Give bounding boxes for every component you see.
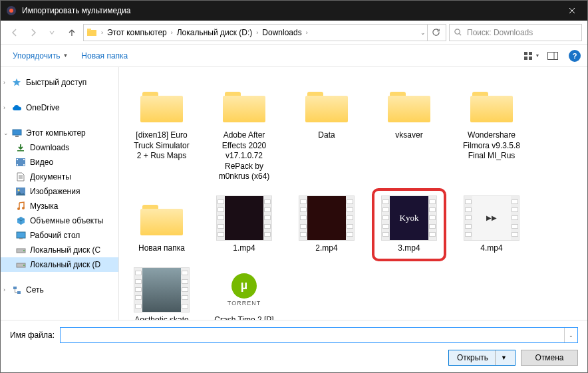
help-button[interactable]: ? bbox=[569, 50, 581, 62]
organize-label: Упорядочить bbox=[13, 51, 60, 61]
close-button[interactable] bbox=[557, 1, 587, 21]
search-input[interactable]: Поиск: Downloads bbox=[449, 24, 582, 41]
file-item[interactable]: 1.mp4 bbox=[211, 192, 277, 257]
svg-point-32 bbox=[416, 108, 420, 112]
file-label: Adobe After Effects 2020 v17.1.0.72 RePa… bbox=[214, 130, 274, 182]
chevron-down-icon[interactable]: ⌄ bbox=[3, 130, 9, 136]
svg-rect-30 bbox=[17, 291, 21, 294]
nav-label: Быстрый доступ bbox=[26, 78, 86, 87]
cloud-icon bbox=[11, 102, 22, 113]
view-options-button[interactable]: ▼ bbox=[522, 48, 541, 64]
cancel-button[interactable]: Отмена bbox=[521, 350, 578, 366]
file-item[interactable]: Adobe After Effects 2020 v17.1.0.72 RePa… bbox=[211, 79, 277, 186]
crumb-folder[interactable]: Downloads bbox=[259, 25, 304, 41]
chevron-right-icon: › bbox=[170, 29, 174, 36]
svg-rect-17 bbox=[23, 159, 25, 160]
folder-icon bbox=[86, 27, 98, 39]
svg-rect-24 bbox=[19, 238, 23, 239]
svg-rect-15 bbox=[17, 159, 18, 160]
nav-videos[interactable]: Видео bbox=[1, 155, 118, 170]
file-label: 1.mp4 bbox=[233, 243, 255, 254]
window-title: Импортировать мультимедиа bbox=[22, 6, 557, 15]
video-icon bbox=[15, 157, 26, 168]
nav-label: Музыка bbox=[30, 201, 58, 211]
file-item[interactable]: Wondershare Filmora v9.3.5.8 Final MI_Ru… bbox=[458, 79, 525, 186]
open-button[interactable]: Открыть ▼ bbox=[448, 350, 515, 366]
file-item[interactable]: µTORRENTCrash Time 2 [P] [RUS RUS] (2009… bbox=[211, 264, 277, 320]
chevron-down-icon[interactable]: ▼ bbox=[495, 350, 507, 365]
search-placeholder: Поиск: Downloads bbox=[467, 28, 533, 37]
svg-point-26 bbox=[23, 250, 25, 251]
filename-input-wrap: ⌄ bbox=[60, 327, 578, 343]
nav-pictures[interactable]: Изображения bbox=[1, 184, 118, 199]
file-label: [dixen18] Euro Truck Simulator 2 + Rus M… bbox=[132, 130, 192, 162]
organize-button[interactable]: Упорядочить ▼ bbox=[7, 49, 73, 63]
forward-button[interactable] bbox=[25, 24, 42, 41]
file-item[interactable]: Новая папка bbox=[128, 192, 195, 257]
nav-quick-access[interactable]: › Быстрый доступ bbox=[1, 75, 118, 90]
network-icon bbox=[11, 285, 22, 295]
svg-rect-3 bbox=[87, 29, 91, 31]
file-item[interactable]: Data bbox=[293, 79, 360, 186]
file-label: Data bbox=[318, 130, 335, 141]
file-item[interactable]: Aesthetic skate edits.mp4 bbox=[128, 264, 195, 320]
file-item[interactable]: ▶▶4.mp4 bbox=[458, 192, 525, 257]
filename-input[interactable] bbox=[61, 328, 564, 342]
video-thumbnail bbox=[299, 195, 355, 241]
preview-pane-button[interactable] bbox=[543, 48, 562, 64]
video-thumbnail: Kyok bbox=[381, 195, 437, 241]
nav-label: Видео bbox=[30, 158, 53, 167]
star-icon bbox=[11, 77, 22, 88]
file-item[interactable]: vksaver bbox=[376, 79, 442, 186]
address-bar: › Этот компьютер › Локальный диск (D:) ›… bbox=[1, 21, 587, 45]
filename-dropdown[interactable]: ⌄ bbox=[564, 328, 577, 342]
svg-rect-12 bbox=[15, 136, 19, 137]
nav-music[interactable]: Музыка bbox=[1, 199, 118, 213]
new-folder-label: Новая папка bbox=[81, 51, 128, 61]
svg-point-20 bbox=[18, 189, 20, 191]
file-item[interactable]: 2.mp4 bbox=[293, 192, 360, 257]
chevron-right-icon[interactable]: › bbox=[3, 79, 5, 86]
nav-label: Документы bbox=[30, 172, 71, 182]
highlighted-file: Kyok3.mp4 bbox=[376, 192, 442, 257]
recent-dropdown[interactable] bbox=[43, 24, 61, 41]
nav-3d-objects[interactable]: Объемные объекты bbox=[1, 213, 118, 228]
nav-documents[interactable]: Документы bbox=[1, 170, 118, 184]
svg-rect-13 bbox=[17, 150, 24, 152]
chevron-right-icon: › bbox=[305, 29, 309, 36]
nav-drive-c[interactable]: Локальный диск (C bbox=[1, 243, 118, 257]
nav-drive-d[interactable]: Локальный диск (D bbox=[1, 257, 118, 272]
nav-onedrive[interactable]: › OneDrive bbox=[1, 100, 118, 115]
file-item[interactable]: Kyok3.mp4 bbox=[376, 192, 442, 257]
toolbar: Упорядочить ▼ Новая папка ▼ ? bbox=[1, 45, 587, 67]
svg-rect-9 bbox=[548, 52, 558, 59]
chevron-right-icon[interactable]: › bbox=[3, 104, 5, 111]
cube-icon bbox=[15, 215, 26, 226]
crumb-drive[interactable]: Локальный диск (D:) bbox=[174, 25, 255, 41]
svg-point-28 bbox=[23, 265, 25, 266]
up-button[interactable] bbox=[63, 24, 80, 41]
torrent-icon: µTORRENT bbox=[223, 269, 265, 311]
chevron-down-icon[interactable]: ⌄ bbox=[419, 29, 427, 36]
svg-point-21 bbox=[17, 207, 20, 210]
new-folder-button[interactable]: Новая папка bbox=[76, 49, 133, 63]
chevron-right-icon: › bbox=[100, 29, 104, 36]
folder-icon bbox=[223, 88, 265, 122]
nav-this-pc[interactable]: ⌄ Этот компьютер bbox=[1, 126, 118, 140]
video-thumbnail bbox=[134, 267, 190, 312]
svg-rect-29 bbox=[13, 287, 17, 289]
drive-icon bbox=[15, 245, 26, 255]
nav-network[interactable]: › Сеть bbox=[1, 283, 118, 297]
refresh-button[interactable] bbox=[427, 25, 444, 41]
chevron-right-icon[interactable]: › bbox=[3, 287, 5, 293]
crumb-this-pc[interactable]: Этот компьютер bbox=[104, 25, 170, 41]
back-button[interactable] bbox=[6, 24, 23, 41]
file-item[interactable]: [dixen18] Euro Truck Simulator 2 + Rus M… bbox=[128, 79, 195, 186]
folder-icon bbox=[305, 88, 348, 122]
nav-downloads[interactable]: Downloads bbox=[1, 140, 118, 155]
breadcrumb[interactable]: › Этот компьютер › Локальный диск (D:) ›… bbox=[83, 24, 446, 41]
svg-rect-6 bbox=[529, 52, 532, 55]
file-label: Wondershare Filmora v9.3.5.8 Final MI_Ru… bbox=[462, 130, 521, 162]
file-list[interactable]: [dixen18] Euro Truck Simulator 2 + Rus M… bbox=[119, 67, 587, 320]
nav-desktop[interactable]: Рабочий стол bbox=[1, 228, 118, 243]
